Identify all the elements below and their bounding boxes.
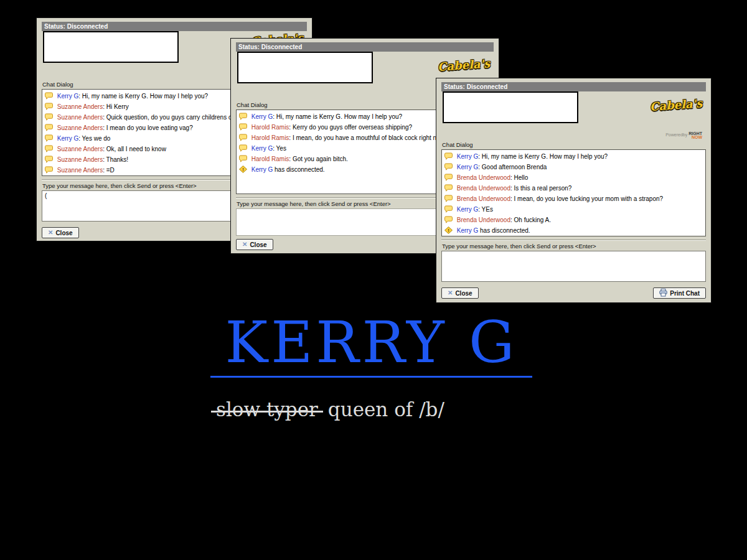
chat-message: Kerry G: YEs bbox=[444, 205, 703, 215]
svg-text:!: ! bbox=[242, 167, 244, 172]
svg-text:!: ! bbox=[448, 228, 449, 233]
message-text: : Yes bbox=[273, 145, 286, 152]
speech-bubble-icon bbox=[45, 134, 53, 144]
message-text: : Is this a real person? bbox=[510, 185, 571, 192]
status-bar: Status: Disconnected bbox=[236, 42, 494, 52]
close-button-label: Close bbox=[250, 241, 266, 248]
message-text: has disconnected. bbox=[478, 227, 530, 234]
visitor-info-box[interactable] bbox=[43, 31, 179, 63]
close-x-icon: ✕ bbox=[242, 241, 247, 248]
speech-bubble-icon bbox=[444, 216, 453, 226]
message-text: has disconnected. bbox=[273, 166, 324, 173]
status-text: Status: Disconnected bbox=[444, 83, 507, 90]
sender-name: Brenda Underwood bbox=[457, 217, 510, 223]
sender-name: Kerry G bbox=[251, 113, 273, 120]
message-text: : I mean, do you love fucking your mom w… bbox=[510, 195, 663, 202]
message-text: : Hello bbox=[510, 174, 528, 181]
message-text: : =D bbox=[103, 167, 115, 174]
powered-by-text: Poweredby bbox=[665, 132, 687, 137]
sender-name: Kerry G bbox=[457, 206, 478, 213]
status-text: Status: Disconnected bbox=[238, 44, 302, 50]
compose-instructions: Type your message here, then click Send … bbox=[442, 243, 706, 250]
speech-bubble-icon bbox=[239, 155, 247, 165]
meme-canvas: Status: Disconnected Cabela's Poweredby … bbox=[0, 0, 747, 560]
chat-message: Kerry G: Hi, my name is Kerry G. How may… bbox=[444, 152, 703, 162]
page-title: KERRY G bbox=[225, 309, 517, 376]
message-text: : Ok, all I need to know bbox=[103, 146, 166, 152]
speech-bubble-icon bbox=[239, 123, 247, 133]
close-button[interactable]: ✕ Close bbox=[42, 227, 79, 238]
sender-name: Suzanne Anders bbox=[57, 124, 103, 131]
printer-icon bbox=[659, 289, 667, 298]
speech-bubble-icon bbox=[444, 152, 453, 162]
sender-name: Suzanne Anders bbox=[57, 114, 103, 121]
sender-name: Brenda Underwood bbox=[457, 185, 510, 192]
message-text: : Good afternoon Brenda bbox=[478, 164, 547, 170]
rightnow-wordmark: RIGHT NOW bbox=[688, 132, 702, 139]
visitor-info-box[interactable] bbox=[237, 52, 373, 83]
subtitle-strikethrough-text: slow typer bbox=[216, 398, 318, 421]
message-text: : Thanks! bbox=[103, 156, 128, 163]
sender-name: Suzanne Anders bbox=[57, 167, 103, 174]
print-button-label: Print Chat bbox=[670, 290, 700, 297]
message-text: : I mean, do you have a mouthful of blac… bbox=[289, 134, 448, 141]
close-button-label: Close bbox=[55, 230, 72, 236]
speech-bubble-icon bbox=[45, 103, 53, 113]
cabelas-logo: Cabela's bbox=[649, 97, 702, 113]
print-chat-button[interactable]: Print Chat bbox=[653, 287, 706, 299]
message-text: : Yes we do bbox=[78, 135, 110, 142]
close-x-icon: ✕ bbox=[448, 290, 453, 296]
speech-bubble-icon bbox=[45, 113, 53, 123]
speech-bubble-icon bbox=[45, 156, 53, 166]
close-x-icon: ✕ bbox=[48, 230, 53, 236]
visitor-info-box[interactable] bbox=[443, 91, 578, 123]
speech-bubble-icon bbox=[444, 205, 453, 215]
message-text: : Got you again bitch. bbox=[289, 156, 348, 162]
chat-message: Brenda Underwood: Is this a real person? bbox=[444, 184, 703, 194]
sender-name: Suzanne Anders bbox=[57, 103, 103, 110]
speech-bubble-icon bbox=[444, 184, 453, 194]
speech-bubble-icon bbox=[45, 124, 53, 134]
window-top-row: Cabela's bbox=[441, 91, 706, 123]
message-text: : Oh fucking A. bbox=[510, 217, 551, 223]
message-input[interactable] bbox=[441, 251, 706, 282]
message-text: : Hi, my name is Kerry G. How may I help… bbox=[478, 153, 608, 160]
speech-bubble-icon bbox=[45, 92, 53, 102]
message-text: : Hi, my name is Kerry G. How may I help… bbox=[78, 93, 208, 100]
speech-bubble-icon bbox=[444, 174, 453, 184]
chat-message: ! Kerry G has disconnected. bbox=[444, 226, 703, 236]
close-button[interactable]: ✕ Close bbox=[236, 239, 273, 250]
speech-bubble-icon bbox=[45, 145, 53, 155]
sender-name: Kerry G bbox=[457, 227, 478, 234]
status-bar: Status: Disconnected bbox=[441, 82, 706, 91]
sender-name: Kerry G bbox=[251, 166, 273, 173]
speech-bubble-icon bbox=[239, 134, 247, 144]
sender-name: Kerry G bbox=[57, 93, 78, 100]
sender-name: Brenda Underwood bbox=[457, 174, 510, 181]
chat-message: Brenda Underwood: Oh fucking A. bbox=[444, 215, 703, 226]
close-button-label: Close bbox=[455, 290, 472, 297]
separator bbox=[441, 240, 706, 241]
subtitle-text: queen of /b/ bbox=[328, 398, 444, 421]
chat-message: Brenda Underwood: Hello bbox=[444, 173, 703, 184]
chat-log[interactable]: Kerry G: Hi, my name is Kerry G. How may… bbox=[441, 149, 706, 236]
sender-name: Harold Ramis bbox=[251, 156, 289, 162]
speech-bubble-icon bbox=[239, 113, 247, 123]
cabelas-logo: Cabela's bbox=[437, 57, 490, 73]
speech-bubble-icon bbox=[45, 166, 53, 176]
close-button[interactable]: ✕ Close bbox=[441, 287, 479, 299]
chat-window-brenda: Status: Disconnected Cabela's Poweredby … bbox=[436, 78, 712, 303]
sender-name: Harold Ramis bbox=[251, 124, 289, 131]
sender-name: Brenda Underwood bbox=[457, 195, 510, 202]
button-row: ✕ Close Print Chat bbox=[441, 287, 706, 299]
sender-name: Kerry G bbox=[57, 135, 78, 142]
disconnect-warning-icon: ! bbox=[444, 226, 453, 236]
logo-area: Cabela's bbox=[578, 91, 706, 111]
logo-area: Cabela's bbox=[373, 52, 494, 72]
disconnect-warning-icon: ! bbox=[239, 166, 247, 175]
chat-dialog-label: Chat Dialog bbox=[442, 141, 706, 148]
message-text: : Kerry do you guys offer overseas shipp… bbox=[289, 124, 412, 131]
speech-bubble-icon bbox=[444, 163, 453, 173]
sender-name: Kerry G bbox=[457, 153, 478, 160]
sender-name: Suzanne Anders bbox=[57, 156, 103, 163]
